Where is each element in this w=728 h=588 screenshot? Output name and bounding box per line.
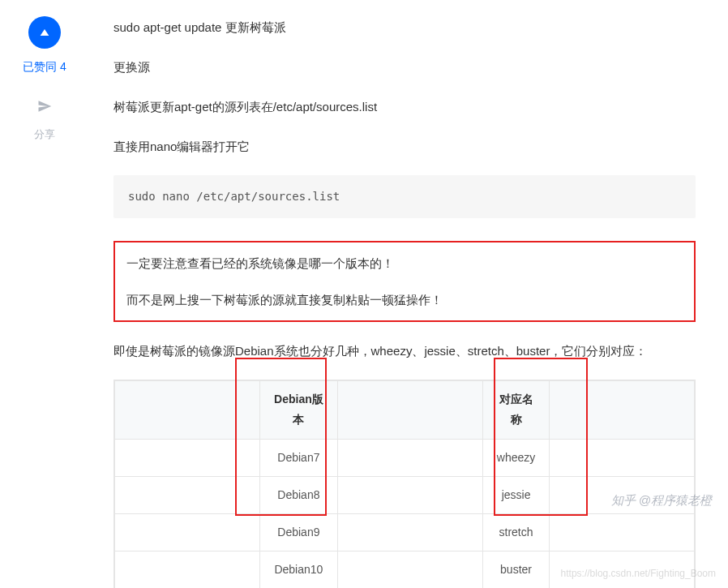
spacer-col bbox=[115, 381, 260, 439]
spacer-cell bbox=[115, 513, 260, 551]
spacer-cell bbox=[550, 513, 695, 551]
spacer-cell bbox=[115, 552, 260, 588]
spacer-cell bbox=[115, 476, 260, 513]
triangle-up-icon bbox=[38, 26, 51, 39]
share-label[interactable]: 分享 bbox=[8, 125, 81, 144]
table-row: Debian7 wheezy bbox=[115, 439, 695, 476]
debian-table: Debian版本 对应名称 Debian7 wheezy bbox=[114, 380, 695, 588]
spacer-cell bbox=[338, 552, 483, 588]
spacer-col bbox=[550, 381, 695, 439]
paragraph: 树莓派更新apt-get的源列表在/etc/apt/sources.list bbox=[113, 96, 696, 118]
debian-version-cell: Debian10 bbox=[259, 552, 337, 588]
paragraph: 即使是树莓派的镜像源Debian系统也分好几种，wheezy、jessie、st… bbox=[113, 340, 696, 362]
spacer-cell bbox=[115, 439, 260, 476]
upvote-number: 4 bbox=[60, 60, 66, 73]
warning-line: 而不是网上搜一下树莓派的源就直接复制粘贴一顿猛操作！ bbox=[126, 289, 683, 311]
table-header-row: Debian版本 对应名称 bbox=[115, 381, 695, 439]
upvote-count: 已赞同 4 bbox=[8, 57, 81, 77]
table-row: Debian8 jessie bbox=[115, 476, 695, 513]
debian-version-cell: Debian8 bbox=[259, 476, 337, 513]
spacer-cell bbox=[338, 513, 483, 551]
table-row: Debian9 stretch bbox=[115, 513, 695, 551]
paragraph: sudo apt-get update 更新树莓派 bbox=[113, 16, 696, 38]
debian-version-cell: Debian7 bbox=[259, 439, 337, 476]
upvote-prefix: 已赞同 bbox=[23, 60, 57, 73]
debian-name-cell: wheezy bbox=[482, 439, 549, 476]
debian-name-cell: jessie bbox=[482, 476, 549, 513]
share-icon[interactable] bbox=[8, 98, 81, 120]
debian-name-cell: stretch bbox=[482, 513, 549, 551]
spacer-col bbox=[338, 381, 483, 439]
sidebar: 已赞同 4 分享 bbox=[8, 16, 81, 588]
watermark-csdn: https://blog.csdn.net/Fighting_Boom bbox=[561, 565, 716, 583]
paragraph: 直接用nano编辑器打开它 bbox=[113, 135, 696, 157]
debian-version-cell: Debian9 bbox=[259, 513, 337, 551]
warning-box: 一定要注意查看已经的系统镜像是哪一个版本的！ 而不是网上搜一下树莓派的源就直接复… bbox=[113, 241, 696, 322]
code-block: sudo nano /etc/apt/sources.list bbox=[113, 175, 696, 218]
table-header-right: 对应名称 bbox=[482, 381, 549, 439]
paragraph: 更换源 bbox=[113, 56, 696, 78]
spacer-cell bbox=[550, 439, 695, 476]
warning-line: 一定要注意查看已经的系统镜像是哪一个版本的！ bbox=[126, 252, 683, 274]
code-text: sudo nano /etc/apt/sources.list bbox=[128, 190, 340, 203]
debian-name-cell: buster bbox=[482, 552, 549, 588]
table-header-left: Debian版本 bbox=[259, 381, 337, 439]
spacer-cell bbox=[338, 439, 483, 476]
upvote-button[interactable] bbox=[28, 16, 61, 49]
spacer-cell bbox=[338, 476, 483, 513]
debian-table-wrap: Debian版本 对应名称 Debian7 wheezy bbox=[113, 380, 696, 588]
watermark-zhihu: 知乎 @程序猿老橙 bbox=[611, 489, 712, 511]
